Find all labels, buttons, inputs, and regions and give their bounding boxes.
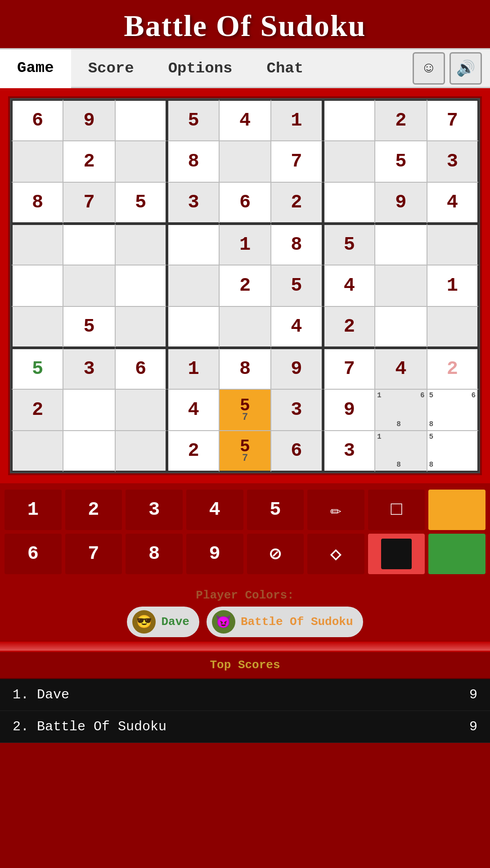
cell-r5c1[interactable] xyxy=(11,265,63,306)
cell-r5c5[interactable]: 2 xyxy=(219,265,271,306)
cell-r2c9[interactable]: 3 xyxy=(427,141,479,182)
tab-chat[interactable]: Chat xyxy=(249,50,320,87)
cell-r2c1[interactable] xyxy=(11,141,63,182)
cell-r1c6[interactable]: 1 xyxy=(271,99,323,141)
cell-r7c4[interactable]: 1 xyxy=(167,348,219,389)
cell-r4c8[interactable] xyxy=(375,224,427,265)
numpad-color-black-container[interactable] xyxy=(368,534,425,574)
numpad-5[interactable]: 5 xyxy=(247,490,304,530)
cell-r9c5[interactable]: 57 xyxy=(219,431,271,472)
cell-r5c3[interactable] xyxy=(115,265,167,306)
cell-r4c9[interactable] xyxy=(427,224,479,265)
cell-r1c1[interactable]: 6 xyxy=(11,99,63,141)
cell-r9c3[interactable] xyxy=(115,431,167,472)
cell-r4c6[interactable]: 8 xyxy=(271,224,323,265)
cell-r6c9[interactable] xyxy=(427,306,479,348)
numpad-erase[interactable]: □ xyxy=(368,490,425,530)
cell-r9c7[interactable]: 3 xyxy=(323,431,375,472)
sound-button[interactable]: 🔊 xyxy=(450,52,482,85)
cell-r8c9[interactable]: 5 6 8 xyxy=(427,389,479,431)
cell-r9c6[interactable]: 6 xyxy=(271,431,323,472)
numpad-1[interactable]: 1 xyxy=(4,490,62,530)
cell-r9c9[interactable]: 5 8 xyxy=(427,431,479,472)
tab-score[interactable]: Score xyxy=(71,50,151,87)
cell-r1c8[interactable]: 2 xyxy=(375,99,427,141)
cell-r3c6[interactable]: 2 xyxy=(271,182,323,224)
cell-r7c9[interactable]: 2 xyxy=(427,348,479,389)
smiley-button[interactable]: ☺ xyxy=(413,52,445,85)
cell-r2c3[interactable] xyxy=(115,141,167,182)
cell-r3c5[interactable]: 6 xyxy=(219,182,271,224)
numpad-clear[interactable]: ⊘ xyxy=(247,534,304,574)
numpad-4[interactable]: 4 xyxy=(186,490,243,530)
cell-r8c4[interactable]: 4 xyxy=(167,389,219,431)
numpad-color-orange[interactable] xyxy=(428,490,486,530)
cell-r3c4[interactable]: 3 xyxy=(167,182,219,224)
numpad-notes-mode[interactable]: ◇ xyxy=(307,534,364,574)
cell-r3c1[interactable]: 8 xyxy=(11,182,63,224)
numpad-6[interactable]: 6 xyxy=(4,534,62,574)
cell-r3c7[interactable] xyxy=(323,182,375,224)
cell-r6c3[interactable] xyxy=(115,306,167,348)
cell-r5c7[interactable]: 4 xyxy=(323,265,375,306)
cell-r4c2[interactable] xyxy=(63,224,115,265)
cell-r4c4[interactable] xyxy=(167,224,219,265)
cell-r1c3[interactable] xyxy=(115,99,167,141)
cell-r9c8[interactable]: 1 8 xyxy=(375,431,427,472)
cell-r4c3[interactable] xyxy=(115,224,167,265)
cell-r8c7[interactable]: 9 xyxy=(323,389,375,431)
cell-r4c1[interactable] xyxy=(11,224,63,265)
cell-r7c8[interactable]: 4 xyxy=(375,348,427,389)
cell-r7c6[interactable]: 9 xyxy=(271,348,323,389)
cell-r8c5[interactable]: 57 xyxy=(219,389,271,431)
cell-r3c2[interactable]: 7 xyxy=(63,182,115,224)
cell-r6c6[interactable]: 4 xyxy=(271,306,323,348)
cell-r3c3[interactable]: 5 xyxy=(115,182,167,224)
cell-r6c1[interactable] xyxy=(11,306,63,348)
cell-r4c7[interactable]: 5 xyxy=(323,224,375,265)
cell-r4c5[interactable]: 1 xyxy=(219,224,271,265)
cell-r8c1[interactable]: 2 xyxy=(11,389,63,431)
numpad-8[interactable]: 8 xyxy=(126,534,183,574)
cell-r5c9[interactable]: 1 xyxy=(427,265,479,306)
cell-r2c4[interactable]: 8 xyxy=(167,141,219,182)
cell-r6c5[interactable] xyxy=(219,306,271,348)
cell-r5c6[interactable]: 5 xyxy=(271,265,323,306)
cell-r6c4[interactable] xyxy=(167,306,219,348)
cell-r3c9[interactable]: 4 xyxy=(427,182,479,224)
cell-r2c5[interactable] xyxy=(219,141,271,182)
cell-r6c2[interactable]: 5 xyxy=(63,306,115,348)
tab-game[interactable]: Game xyxy=(0,49,71,88)
cell-r2c8[interactable]: 5 xyxy=(375,141,427,182)
cell-r9c2[interactable] xyxy=(63,431,115,472)
cell-r1c5[interactable]: 4 xyxy=(219,99,271,141)
cell-r5c4[interactable] xyxy=(167,265,219,306)
numpad-3[interactable]: 3 xyxy=(126,490,183,530)
cell-r7c1[interactable]: 5 xyxy=(11,348,63,389)
cell-r8c8[interactable]: 1 6 8 xyxy=(375,389,427,431)
cell-r5c8[interactable] xyxy=(375,265,427,306)
cell-r7c7[interactable]: 7 xyxy=(323,348,375,389)
cell-r8c2[interactable] xyxy=(63,389,115,431)
cell-r5c2[interactable] xyxy=(63,265,115,306)
numpad-pencil[interactable]: ✏ xyxy=(307,490,364,530)
cell-r3c8[interactable]: 9 xyxy=(375,182,427,224)
numpad-7[interactable]: 7 xyxy=(65,534,122,574)
cell-r2c6[interactable]: 7 xyxy=(271,141,323,182)
cell-r6c7[interactable]: 2 xyxy=(323,306,375,348)
cell-r2c2[interactable]: 2 xyxy=(63,141,115,182)
cell-r1c4[interactable]: 5 xyxy=(167,99,219,141)
numpad-2[interactable]: 2 xyxy=(65,490,122,530)
cell-r7c5[interactable]: 8 xyxy=(219,348,271,389)
cell-r6c8[interactable] xyxy=(375,306,427,348)
cell-r9c4[interactable]: 2 xyxy=(167,431,219,472)
cell-r9c1[interactable] xyxy=(11,431,63,472)
cell-r7c2[interactable]: 3 xyxy=(63,348,115,389)
tab-options[interactable]: Options xyxy=(151,50,250,87)
numpad-9[interactable]: 9 xyxy=(186,534,243,574)
cell-r1c7[interactable] xyxy=(323,99,375,141)
cell-r2c7[interactable] xyxy=(323,141,375,182)
cell-r7c3[interactable]: 6 xyxy=(115,348,167,389)
cell-r1c9[interactable]: 7 xyxy=(427,99,479,141)
numpad-color-black[interactable] xyxy=(381,539,412,569)
